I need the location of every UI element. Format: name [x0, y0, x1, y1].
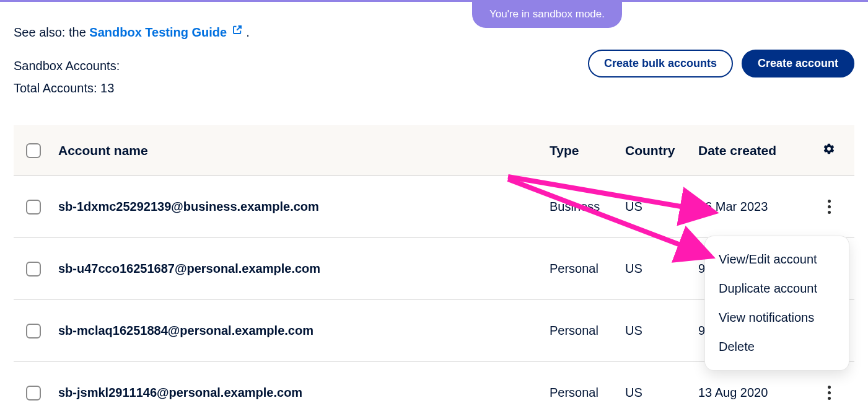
row-checkbox[interactable] — [26, 262, 41, 277]
table-header: Account name Type Country Date created — [14, 125, 854, 176]
select-all-checkbox[interactable] — [26, 143, 41, 158]
row-actions-menu-button[interactable] — [824, 382, 835, 404]
column-header-country: Country — [625, 143, 698, 158]
table-row: sb-jsmkl2911146@personal.example.com Per… — [14, 362, 854, 416]
cell-name: sb-u47cco16251687@personal.example.com — [56, 262, 550, 276]
row-checkbox[interactable] — [26, 386, 41, 401]
cell-country: US — [625, 324, 698, 338]
cell-name: sb-1dxmc25292139@business.example.com — [56, 200, 550, 214]
cell-country: US — [625, 262, 698, 276]
sandbox-accounts-label: Sandbox Accounts: — [14, 55, 120, 77]
sandbox-mode-badge: You're in sandbox mode. — [472, 2, 622, 28]
cell-type: Business — [550, 200, 625, 214]
gear-icon[interactable] — [823, 143, 835, 158]
create-bulk-accounts-button[interactable]: Create bulk accounts — [588, 50, 733, 77]
cell-name: sb-mclaq16251884@personal.example.com — [56, 324, 550, 338]
column-header-name: Account name — [56, 143, 550, 158]
see-also-text: See also: the Sandbox Testing Guide . — [14, 24, 854, 40]
column-header-date: Date created — [698, 143, 816, 158]
menu-item-notifications[interactable]: View notifications — [705, 303, 849, 332]
menu-item-view-edit[interactable]: View/Edit account — [705, 245, 849, 274]
cell-country: US — [625, 200, 698, 214]
sandbox-guide-link-label: Sandbox Testing Guide — [89, 25, 227, 39]
cell-type: Personal — [550, 262, 625, 276]
row-actions-dropdown: View/Edit account Duplicate account View… — [705, 236, 849, 370]
menu-item-duplicate[interactable]: Duplicate account — [705, 274, 849, 303]
cell-name: sb-jsmkl2911146@personal.example.com — [56, 386, 550, 400]
create-account-button[interactable]: Create account — [742, 50, 854, 77]
see-also-suffix: . — [246, 25, 250, 39]
cell-type: Personal — [550, 324, 625, 338]
row-checkbox[interactable] — [26, 200, 41, 215]
menu-item-delete[interactable]: Delete — [705, 332, 849, 361]
external-link-icon — [232, 24, 243, 38]
see-also-prefix: See also: the — [14, 25, 89, 39]
cell-country: US — [625, 386, 698, 400]
accounts-summary: Sandbox Accounts: Total Accounts: 13 — [14, 55, 120, 99]
row-checkbox[interactable] — [26, 324, 41, 339]
sandbox-guide-link[interactable]: Sandbox Testing Guide — [89, 25, 246, 39]
cell-date: 16 Mar 2023 — [698, 200, 816, 214]
table-row: sb-1dxmc25292139@business.example.com Bu… — [14, 176, 854, 238]
cell-type: Personal — [550, 386, 625, 400]
row-actions-menu-button[interactable] — [824, 196, 835, 218]
total-accounts-label: Total Accounts: 13 — [14, 77, 120, 99]
column-header-type: Type — [550, 143, 625, 158]
cell-date: 13 Aug 2020 — [698, 386, 816, 400]
